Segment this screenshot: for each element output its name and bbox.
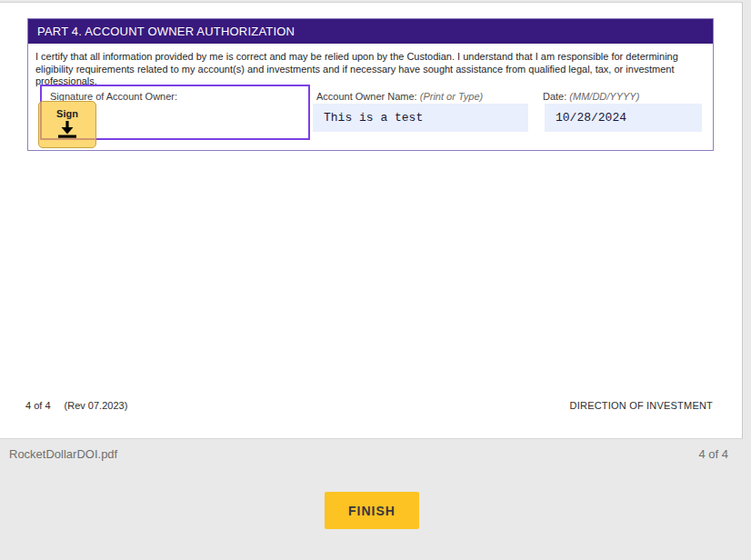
certification-text: I certify that all information provided … xyxy=(28,44,712,88)
date-field-label: Date: (MM/DD/YYYY) xyxy=(543,91,639,102)
part4-section-header: PART 4. ACCOUNT OWNER AUTHORIZATION xyxy=(28,19,713,44)
name-field-hint: (Print or Type) xyxy=(420,91,483,102)
doc-page-number: 4 of 4 xyxy=(25,400,51,411)
date-input[interactable]: 10/28/2024 xyxy=(545,104,702,132)
signature-field-label: Signature of Account Owner: xyxy=(42,86,308,102)
doc-revision: (Rev 07.2023) xyxy=(65,400,128,411)
sign-tag-label: Sign xyxy=(56,108,78,119)
sign-arrow-down-icon xyxy=(55,121,79,139)
viewer-status-bar: RocketDollarDOI.pdf 4 of 4 xyxy=(0,440,751,467)
pdf-page: PART 4. ACCOUNT OWNER AUTHORIZATION I ce… xyxy=(0,2,743,439)
doc-page-footer: 4 of 4 (Rev 07.2023) xyxy=(25,400,127,411)
name-field-label: Account Owner Name: (Print or Type) xyxy=(316,91,483,102)
file-name: RocketDollarDOI.pdf xyxy=(9,447,117,461)
date-field-hint: (MM/DD/YYYY) xyxy=(569,91,639,102)
page-indicator: 4 of 4 xyxy=(698,447,728,461)
finish-button[interactable]: FINISH xyxy=(325,492,419,529)
name-input[interactable]: This is a test xyxy=(313,104,528,132)
sign-here-tag[interactable]: Sign xyxy=(38,101,96,148)
doc-title-footer: DIRECTION OF INVESTMENT xyxy=(570,400,713,411)
